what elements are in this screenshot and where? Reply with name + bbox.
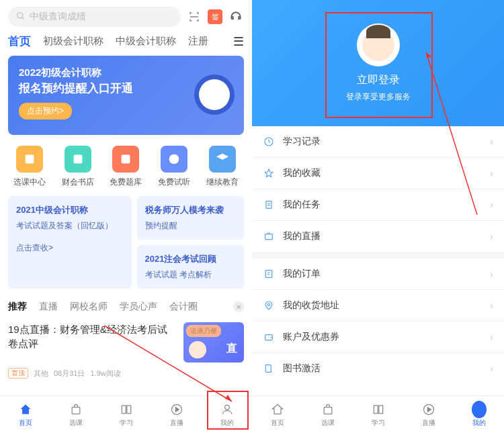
menu-group-2: 我的订单› 我的收货地址› 账户及优惠券› 图书激活› [252,258,504,384]
quick-questions[interactable]: 免费题库 [110,146,142,188]
pin-tag: 置顶 [8,368,28,379]
article-item[interactable]: 19点直播：财务管理&经济法考后试卷点评 送康乃馨 直 [0,317,252,365]
svg-rect-1 [25,155,34,164]
feed-tab-students[interactable]: 学员心声 [120,301,157,313]
tab-home[interactable]: 首页 [8,34,31,49]
promo-banner[interactable]: 2022初级会计职称 报名预约提醒入口开通 点击预约> [8,56,244,135]
top-bar: 中级查询成绩 签 [0,0,252,34]
home-icon [270,402,285,417]
hamburger-icon[interactable]: ☰ [233,34,244,49]
clipboard-icon [263,199,275,211]
clock-icon [194,75,235,115]
card-cpa-review[interactable]: 2021注会考试回顾 考试试题 考点解析 [137,245,245,289]
feed-tabs: 推荐 直播 网校名师 学员心声 会计圈 ✕ [0,297,252,317]
book-icon [371,402,386,417]
svg-rect-2 [73,155,82,164]
article-thumbnail: 送康乃馨 直 [183,322,244,363]
tab-junior[interactable]: 初级会计职称 [43,35,103,48]
bottom-nav-right: 首页 选课 学习 直播 我的 [252,395,504,433]
annotation-box-login [325,12,433,118]
play-icon [169,402,184,417]
nav-home-r[interactable]: 首页 [252,396,302,433]
bag-icon [321,402,335,417]
bag-icon [69,402,83,417]
banner-cta-button[interactable]: 点击预约> [19,103,72,119]
play-icon [421,402,436,417]
menu-group-1: 学习记录› 我的收藏› 我的任务› 我的直播› [252,126,504,252]
star-icon [263,167,275,179]
quick-bookstore[interactable]: 财会书店 [62,146,94,188]
svg-rect-9 [266,201,271,209]
close-icon[interactable]: ✕ [233,301,244,312]
menu-orders[interactable]: 我的订单› [252,258,504,290]
menu-live[interactable]: 我的直播› [252,221,504,252]
feed-tab-teachers[interactable]: 网校名师 [70,301,108,313]
quick-links: 选课中心 财会书店 免费题库 免费试听 继续教育 [0,143,252,196]
checkin-icon[interactable]: 签 [208,9,222,24]
book-icon [263,363,275,375]
svg-point-12 [267,303,269,305]
svg-point-4 [169,154,179,164]
nav-mine-r[interactable]: 我的 [454,396,504,433]
nav-study[interactable]: 学习 [101,396,151,433]
quick-courses[interactable]: 选课中心 [13,146,46,188]
menu-tasks[interactable]: 我的任务› [252,189,504,221]
banner-title: 2022初级会计职称 [19,66,233,79]
quick-trial[interactable]: 免费试听 [158,146,190,188]
menu-wallet[interactable]: 账户及优惠券› [252,322,504,353]
card-tax-mock[interactable]: 税务师万人模考来袭 预约提醒 [137,196,245,240]
scan-icon[interactable] [186,9,202,25]
feed-tab-rec[interactable]: 推荐 [8,301,27,313]
chevron-right-icon: › [490,332,493,342]
article-meta: 置顶 其他 08月31日 1.9w阅读 [0,365,252,384]
headphone-icon[interactable] [228,9,244,25]
feed-tab-live[interactable]: 直播 [39,301,58,313]
nav-home[interactable]: 首页 [0,396,50,433]
svg-rect-5 [72,407,80,414]
location-icon [263,299,275,311]
chevron-right-icon: › [490,269,493,279]
info-cards: 2021中级会计职称 考试试题及答案（回忆版） 点击查收> 税务师万人模考来袭 … [0,196,252,297]
phone-right: 立即登录 登录享受更多服务 学习记录› 我的收藏› 我的任务› 我的直播› 我的… [252,0,504,433]
svg-rect-14 [324,407,332,414]
home-icon [18,402,33,417]
svg-point-0 [17,12,23,17]
quick-edu[interactable]: 继续教育 [206,146,239,188]
person-bubble-icon [472,402,487,417]
menu-favorites[interactable]: 我的收藏› [252,158,504,189]
article-title: 19点直播：财务管理&经济法考后试卷点评 [8,322,177,363]
card-mid-exam[interactable]: 2021中级会计职称 考试试题及答案（回忆版） 点击查收> [8,196,132,289]
search-placeholder: 中级查询成绩 [30,11,86,23]
category-tabs: 首页 初级会计职称 中级会计职称 注册 ☰ [0,34,252,56]
nav-courses[interactable]: 选课 [50,396,101,433]
chevron-right-icon: › [490,300,493,311]
tab-cpa[interactable]: 注册 [188,35,208,48]
chevron-right-icon: › [490,231,493,242]
menu-book-activate[interactable]: 图书激活› [252,353,504,384]
chevron-right-icon: › [490,199,493,210]
menu-address[interactable]: 我的收货地址› [252,290,504,322]
order-icon [263,268,275,280]
svg-rect-10 [265,234,273,240]
menu-separator [252,252,504,258]
wallet-icon [263,331,275,343]
nav-live-r[interactable]: 直播 [403,396,454,433]
feed-tab-circle[interactable]: 会计圈 [169,301,198,313]
menu-study-record[interactable]: 学习记录› [252,126,504,158]
chevron-right-icon: › [490,363,493,374]
nav-live[interactable]: 直播 [151,396,202,433]
phone-left: 中级查询成绩 签 首页 初级会计职称 中级会计职称 注册 ☰ 2022初级会计职… [0,0,252,433]
clock-icon [263,136,275,148]
svg-rect-11 [265,271,271,278]
avatar-icon [189,341,206,358]
nav-courses-r[interactable]: 选课 [302,396,353,433]
chevron-right-icon: › [490,136,493,147]
tab-mid[interactable]: 中级会计职称 [116,35,176,48]
nav-study-r[interactable]: 学习 [353,396,403,433]
tv-icon [263,230,275,242]
svg-rect-3 [122,155,130,164]
search-input[interactable]: 中级查询成绩 [8,7,181,27]
search-icon [16,11,26,23]
annotation-box-mine-tab [207,391,249,430]
book-icon [119,402,134,417]
